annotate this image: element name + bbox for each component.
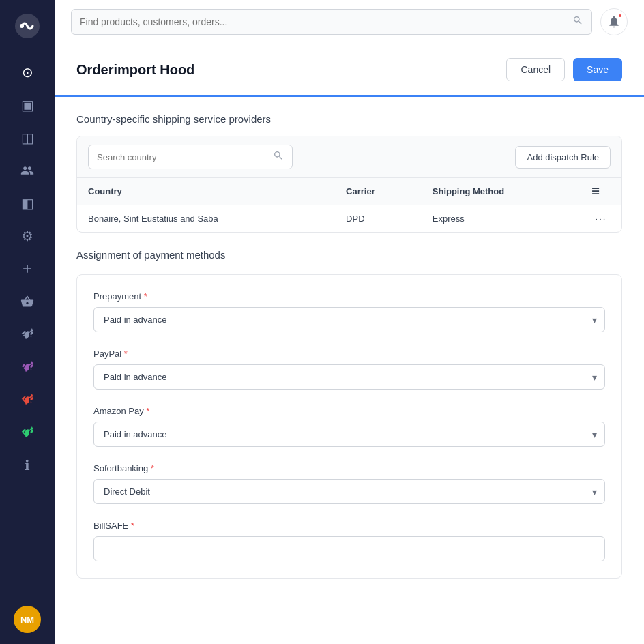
sidebar-item-info[interactable]: ℹ — [12, 450, 42, 480]
sidebar-item-orders[interactable]: ▣ — [12, 90, 42, 120]
main-area: Orderimport Hood Cancel Save Country-spe… — [55, 0, 644, 644]
billsafe-label: BillSAFE * — [93, 521, 605, 531]
page-header: Orderimport Hood Cancel Save — [55, 44, 644, 97]
cell-shipping-method: Express — [422, 205, 581, 233]
page-content: Orderimport Hood Cancel Save Country-spe… — [55, 44, 644, 644]
col-country: Country — [77, 178, 335, 205]
sofortbanking-select[interactable]: Paid in advance Direct Debit Invoice — [93, 479, 605, 504]
sidebar-item-rocket1[interactable] — [12, 319, 42, 349]
sofortbanking-required: * — [151, 463, 154, 473]
user-avatar[interactable]: NM — [14, 606, 41, 633]
sidebar-item-products[interactable]: ◫ — [12, 123, 42, 153]
shipping-section: Country-specific shipping service provid… — [55, 97, 644, 249]
save-button[interactable]: Save — [573, 58, 622, 81]
sofortbanking-select-wrapper: Paid in advance Direct Debit Invoice ▾ — [93, 479, 605, 504]
amazon-pay-required: * — [146, 406, 149, 416]
col-shipping-method: Shipping Method — [422, 178, 581, 205]
shipping-section-title: Country-specific shipping service provid… — [76, 113, 622, 125]
prepayment-select[interactable]: Paid in advance Direct Debit Invoice — [93, 307, 605, 332]
cell-country: Bonaire, Sint Eustatius and Saba — [77, 205, 335, 233]
amazon-pay-select[interactable]: Paid in advance Direct Debit Invoice — [93, 422, 605, 447]
paypal-label: PayPal * — [93, 349, 605, 359]
cell-carrier: DPD — [335, 205, 422, 233]
page-title: Orderimport Hood — [76, 62, 194, 78]
table-row: Bonaire, Sint Eustatius and Saba DPD Exp… — [77, 205, 621, 233]
sidebar-item-customers[interactable] — [12, 156, 42, 186]
shipping-table: Country Carrier Shipping Method ☰ Bonair… — [77, 178, 621, 232]
paypal-select-wrapper: Paid in advance Direct Debit Invoice ▾ — [93, 364, 605, 390]
country-search-icon — [273, 150, 284, 164]
notification-button[interactable] — [600, 8, 628, 35]
billsafe-input[interactable] — [93, 536, 605, 561]
sidebar-item-dashboard[interactable]: ⊙ — [12, 57, 42, 87]
sidebar-item-marketing[interactable]: ◧ — [12, 188, 42, 218]
country-search-input[interactable] — [97, 152, 267, 162]
amazon-pay-field: Amazon Pay * Paid in advance Direct Debi… — [93, 406, 605, 447]
amazon-pay-select-wrapper: Paid in advance Direct Debit Invoice ▾ — [93, 422, 605, 447]
col-actions: ☰ — [581, 178, 621, 205]
col-carrier: Carrier — [335, 178, 422, 205]
prepayment-field: Prepayment * Paid in advance Direct Debi… — [93, 291, 605, 332]
add-dispatch-rule-button[interactable]: Add dispatch Rule — [515, 146, 611, 169]
search-input[interactable] — [80, 16, 572, 27]
sidebar: ⊙ ▣ ◫ ◧ ⚙ ℹ NM — [0, 0, 55, 644]
logo[interactable] — [12, 11, 42, 41]
sidebar-item-rocket4[interactable] — [12, 418, 42, 448]
row-actions-button[interactable]: ··· — [581, 205, 621, 233]
sofortbanking-label: Sofortbanking * — [93, 463, 605, 473]
sidebar-item-rocket3[interactable] — [12, 385, 42, 415]
svg-point-1 — [20, 24, 24, 28]
prepayment-label: Prepayment * — [93, 291, 605, 302]
cancel-button[interactable]: Cancel — [506, 58, 565, 81]
paypal-field: PayPal * Paid in advance Direct Debit In… — [93, 349, 605, 390]
sidebar-item-basket[interactable] — [12, 287, 42, 317]
amazon-pay-label: Amazon Pay * — [93, 406, 605, 416]
sofortbanking-field: Sofortbanking * Paid in advance Direct D… — [93, 463, 605, 504]
billsafe-field: BillSAFE * — [93, 521, 605, 561]
shipping-table-card: Add dispatch Rule Country Carrier Shippi… — [76, 136, 622, 233]
notification-dot — [617, 13, 623, 18]
payment-card: Prepayment * Paid in advance Direct Debi… — [76, 274, 622, 579]
paypal-required: * — [124, 349, 128, 359]
sidebar-item-rocket2[interactable] — [12, 352, 42, 382]
paypal-select[interactable]: Paid in advance Direct Debit Invoice — [93, 364, 605, 390]
search-bar[interactable] — [71, 9, 592, 35]
header-actions: Cancel Save — [506, 58, 622, 81]
sidebar-item-settings[interactable]: ⚙ — [12, 221, 42, 251]
prepayment-select-wrapper: Paid in advance Direct Debit Invoice ▾ — [93, 307, 605, 332]
payment-section: Assignment of payment methods Prepayment… — [55, 249, 644, 600]
search-icon — [572, 15, 583, 29]
table-menu-icon[interactable]: ☰ — [591, 186, 600, 196]
prepayment-required: * — [144, 291, 147, 302]
billsafe-required: * — [131, 521, 134, 531]
country-search-bar[interactable] — [88, 145, 293, 169]
payment-section-title: Assignment of payment methods — [76, 249, 622, 261]
topbar — [55, 0, 644, 44]
sidebar-item-plus[interactable] — [12, 254, 42, 284]
table-toolbar: Add dispatch Rule — [77, 136, 621, 178]
